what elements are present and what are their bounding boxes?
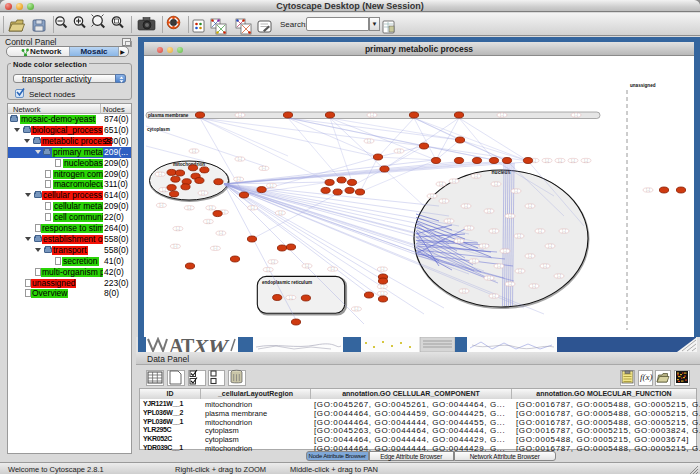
svg-text:unassigned: unassigned <box>630 83 656 88</box>
svg-text:[...]: [...] <box>558 159 562 163</box>
svg-text:AT: AT <box>169 337 195 352</box>
svg-text:[...]: [...] <box>214 246 218 250</box>
svg-text:[...]: [...] <box>238 113 242 117</box>
svg-text:[...]: [...] <box>430 194 434 198</box>
svg-text:[...]: [...] <box>160 203 164 207</box>
svg-text:[...]: [...] <box>532 284 536 288</box>
svg-text:[...]: [...] <box>209 206 213 210</box>
svg-text:[...]: [...] <box>584 159 588 163</box>
svg-text:[...]: [...] <box>548 244 552 248</box>
svg-text:[...]: [...] <box>174 244 178 248</box>
svg-text:[...]: [...] <box>452 179 456 183</box>
svg-text:[...]: [...] <box>497 264 501 268</box>
svg-text:[...]: [...] <box>528 254 532 258</box>
svg-text:XW: XW <box>191 337 231 352</box>
svg-text:[...]: [...] <box>467 226 471 230</box>
svg-text:[...]: [...] <box>646 188 650 192</box>
svg-text:[...]: [...] <box>528 204 532 208</box>
svg-text:[...]: [...] <box>237 177 241 181</box>
svg-text:[...]: [...] <box>270 184 274 188</box>
svg-text:[...]: [...] <box>514 189 518 193</box>
svg-text:[...]: [...] <box>201 191 205 195</box>
svg-text:[...]: [...] <box>192 149 196 153</box>
svg-text:[...]: [...] <box>538 229 542 233</box>
svg-text:[...]: [...] <box>457 239 461 243</box>
svg-text:[...]: [...] <box>500 113 504 117</box>
svg-text:[...]: [...] <box>289 296 293 300</box>
svg-text:[...]: [...] <box>305 264 309 268</box>
svg-text:[...]: [...] <box>464 204 468 208</box>
svg-text:[...]: [...] <box>482 244 486 248</box>
svg-text:[...]: [...] <box>279 211 283 215</box>
svg-text:[...]: [...] <box>158 172 162 176</box>
svg-text:[...]: [...] <box>508 214 512 218</box>
svg-text:[...]: [...] <box>487 276 491 280</box>
svg-text:[...]: [...] <box>271 260 275 264</box>
svg-text:[...]: [...] <box>557 274 561 278</box>
svg-text:[...]: [...] <box>571 159 575 163</box>
svg-text:[...]: [...] <box>574 113 578 117</box>
svg-text:[...]: [...] <box>381 267 385 271</box>
svg-text:[...]: [...] <box>492 294 496 298</box>
svg-text:[...]: [...] <box>370 113 374 117</box>
svg-text:[...]: [...] <box>492 229 496 233</box>
svg-text:[...]: [...] <box>251 206 255 210</box>
svg-text:[...]: [...] <box>474 174 478 178</box>
svg-text:[...]: [...] <box>494 182 498 186</box>
svg-text:[...]: [...] <box>187 206 191 210</box>
svg-text:[...]: [...] <box>462 289 466 293</box>
svg-text:[...]: [...] <box>331 267 335 271</box>
svg-text:[...]: [...] <box>562 229 566 233</box>
svg-text:[...]: [...] <box>545 159 549 163</box>
svg-text:[...]: [...] <box>442 199 446 203</box>
svg-text:[...]: [...] <box>381 292 385 296</box>
svg-text:[...]: [...] <box>508 282 512 286</box>
svg-text:plasma membrane: plasma membrane <box>148 113 189 118</box>
svg-text:[...]: [...] <box>397 149 401 153</box>
svg-text:[...]: [...] <box>517 234 521 238</box>
svg-text:[...]: [...] <box>266 268 270 272</box>
svg-text:[...]: [...] <box>262 166 266 170</box>
svg-text:[...]: [...] <box>355 307 359 311</box>
svg-text:[...]: [...] <box>439 182 443 186</box>
svg-text:[...]: [...] <box>487 209 491 213</box>
svg-text:[...]: [...] <box>176 227 180 231</box>
svg-text:[...]: [...] <box>447 219 451 223</box>
svg-text:endoplasmic reticulum: endoplasmic reticulum <box>262 280 312 285</box>
svg-text:[...]: [...] <box>238 157 242 161</box>
svg-text:[...]: [...] <box>543 264 547 268</box>
svg-text:[...]: [...] <box>206 220 210 224</box>
svg-text:f(x): f(x) <box>640 372 653 382</box>
svg-text:[...]: [...] <box>472 259 476 263</box>
svg-text:[...]: [...] <box>219 231 223 235</box>
svg-text:[...]: [...] <box>381 285 385 289</box>
svg-text:[...]: [...] <box>162 188 166 192</box>
svg-text:[...]: [...] <box>518 269 522 273</box>
svg-text:[...]: [...] <box>367 139 371 143</box>
svg-text:[...]: [...] <box>503 249 507 253</box>
